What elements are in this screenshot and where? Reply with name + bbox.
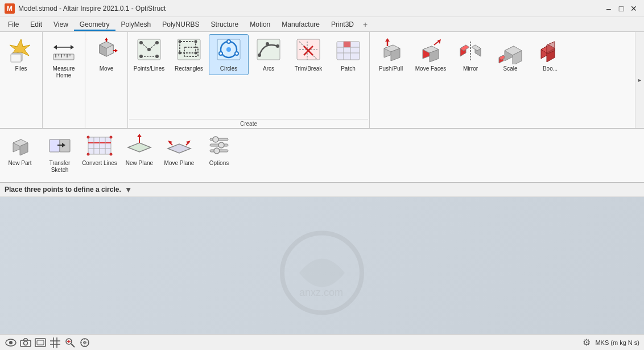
files-button[interactable]: Files bbox=[1, 34, 41, 75]
convert-lines-label: Convert Lines bbox=[82, 160, 117, 167]
svg-point-35 bbox=[179, 40, 181, 43]
svg-line-129 bbox=[71, 344, 75, 347]
svg-marker-107 bbox=[168, 141, 172, 144]
measure-home-icon bbox=[50, 37, 77, 64]
rectangles-button[interactable]: Rectangles bbox=[169, 34, 209, 75]
options-label: Options bbox=[209, 160, 229, 167]
menu-bar: File Edit View Geometry PolyMesh PolyNUR… bbox=[0, 17, 644, 32]
render-icon[interactable] bbox=[79, 336, 91, 349]
ribbon-row1: Files bbox=[0, 32, 644, 129]
mirror-button[interactable]: Mirror bbox=[451, 34, 490, 75]
push-pull-button[interactable]: Push/Pull bbox=[371, 34, 411, 75]
trim-break-label: Trim/Break bbox=[295, 65, 323, 72]
eye-icon[interactable] bbox=[5, 336, 17, 349]
move-faces-button[interactable]: Move Faces bbox=[411, 34, 451, 75]
points-lines-label: Points/Lines bbox=[134, 65, 164, 72]
menu-polymesh[interactable]: PolyMesh bbox=[115, 19, 157, 30]
frame-icon[interactable] bbox=[34, 336, 47, 349]
files-icon bbox=[7, 37, 35, 64]
points-lines-button[interactable]: Points/Lines bbox=[129, 34, 169, 75]
circles-label: Circles bbox=[220, 65, 238, 72]
rectangles-label: Rectangles bbox=[175, 65, 203, 72]
create-section-title: Create bbox=[129, 119, 368, 128]
maximize-button[interactable]: □ bbox=[616, 3, 627, 14]
patch-icon bbox=[335, 37, 362, 64]
grid-icon[interactable] bbox=[49, 336, 61, 349]
svg-marker-13 bbox=[53, 45, 57, 50]
options-button[interactable]: Options bbox=[199, 129, 239, 182]
magnify-icon[interactable] bbox=[64, 336, 76, 349]
new-plane-button[interactable]: New Plane bbox=[119, 129, 159, 182]
svg-marker-109 bbox=[186, 141, 191, 144]
svg-marker-65 bbox=[385, 38, 390, 42]
arcs-button[interactable]: Arcs bbox=[249, 34, 288, 75]
trim-break-button[interactable]: Trim/Break bbox=[288, 34, 328, 75]
settings-icon[interactable]: ⚙ bbox=[583, 337, 591, 348]
move-label: Move bbox=[100, 65, 113, 72]
move-button[interactable]: Move bbox=[86, 34, 126, 75]
measure-home-button[interactable]: MeasureHome bbox=[44, 34, 84, 82]
status-bar: ⚙ MKS (m kg N s) bbox=[0, 334, 644, 350]
menu-add[interactable]: + bbox=[360, 18, 371, 31]
svg-rect-4 bbox=[11, 54, 21, 62]
menu-edit[interactable]: Edit bbox=[24, 19, 48, 30]
move-faces-label: Move Faces bbox=[415, 65, 446, 72]
patch-label: Patch bbox=[341, 65, 356, 72]
svg-point-37 bbox=[179, 52, 181, 55]
move-plane-button[interactable]: Move Plane bbox=[159, 129, 199, 182]
move-plane-label: Move Plane bbox=[164, 160, 195, 167]
scale-label: Scale bbox=[503, 65, 517, 72]
svg-point-38 bbox=[195, 52, 197, 55]
new-part-button[interactable]: New Part bbox=[0, 129, 40, 182]
measure-home-label: MeasureHome bbox=[53, 65, 75, 79]
app-icon: M bbox=[5, 3, 15, 14]
patch-button[interactable]: Patch bbox=[328, 34, 368, 75]
transfer-sketch-button[interactable]: Transfer Sketch bbox=[40, 129, 80, 182]
ribbon-scroll-right[interactable]: ▸ bbox=[635, 32, 644, 128]
new-part-icon bbox=[6, 131, 34, 159]
boolean-icon bbox=[536, 37, 564, 64]
status-hint-dropdown[interactable]: ▼ bbox=[125, 185, 133, 194]
circles-button[interactable]: Circles bbox=[209, 34, 249, 75]
menu-geometry[interactable]: Geometry bbox=[74, 19, 115, 30]
svg-point-114 bbox=[218, 142, 224, 148]
transfer-sketch-label: Transfer Sketch bbox=[42, 160, 78, 174]
move-plane-icon bbox=[166, 131, 193, 159]
scale-icon bbox=[497, 37, 524, 64]
window-controls: – □ ✕ bbox=[603, 3, 639, 14]
boolean-button[interactable]: Boo... bbox=[530, 34, 570, 75]
svg-point-46 bbox=[258, 53, 261, 57]
move-icon bbox=[93, 37, 120, 64]
svg-rect-123 bbox=[37, 340, 44, 345]
menu-polynurbs[interactable]: PolyNURBS bbox=[156, 19, 205, 30]
menu-view[interactable]: View bbox=[48, 19, 74, 30]
svg-text:anxz.com: anxz.com bbox=[299, 286, 343, 298]
rectangles-icon bbox=[175, 37, 203, 64]
trim-break-icon bbox=[295, 37, 322, 64]
push-pull-label: Push/Pull bbox=[379, 65, 403, 72]
mirror-icon bbox=[457, 37, 484, 64]
svg-point-42 bbox=[227, 40, 230, 43]
close-button[interactable]: ✕ bbox=[628, 3, 639, 14]
boolean-label: Boo... bbox=[543, 65, 558, 72]
title-bar: M Model.stmod - Altair Inspire 2021.0.1 … bbox=[0, 0, 644, 17]
svg-marker-102 bbox=[128, 143, 151, 152]
arcs-label: Arcs bbox=[263, 65, 274, 72]
svg-marker-14 bbox=[71, 45, 74, 50]
minimize-button[interactable]: – bbox=[603, 3, 614, 14]
convert-lines-button[interactable]: Convert Lines bbox=[80, 129, 119, 182]
menu-print3d[interactable]: Print3D bbox=[325, 19, 360, 30]
menu-manufacture[interactable]: Manufacture bbox=[276, 19, 325, 30]
camera-icon[interactable] bbox=[19, 336, 32, 349]
scale-button[interactable]: Scale bbox=[490, 34, 530, 75]
menu-motion[interactable]: Motion bbox=[244, 19, 276, 30]
status-icons bbox=[5, 336, 91, 349]
menu-file[interactable]: File bbox=[2, 19, 24, 30]
mirror-label: Mirror bbox=[463, 65, 478, 72]
status-right: ⚙ MKS (m kg N s) bbox=[583, 337, 639, 348]
menu-structure[interactable]: Structure bbox=[205, 19, 245, 30]
svg-point-36 bbox=[195, 40, 197, 43]
svg-rect-60 bbox=[344, 42, 350, 47]
ribbon-row2: New Part Transfer Sketch bbox=[0, 129, 644, 183]
svg-point-115 bbox=[214, 148, 220, 154]
